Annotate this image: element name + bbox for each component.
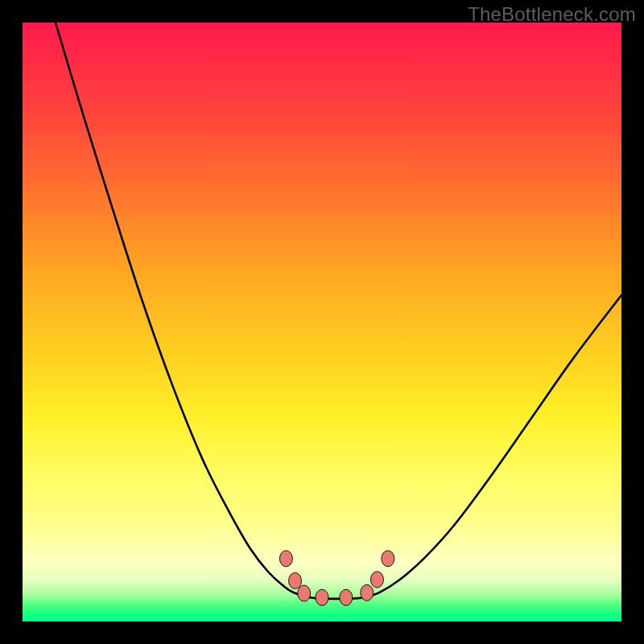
chart-frame: TheBottleneck.com [0, 0, 644, 644]
plot-area [23, 23, 621, 621]
bottleneck-curve [56, 23, 621, 599]
chart-svg [23, 23, 621, 621]
hotspot-marker [289, 572, 302, 588]
hotspot-marker [340, 589, 353, 605]
hotspot-markers [279, 551, 394, 605]
hotspot-marker [279, 551, 292, 567]
hotspot-marker [382, 551, 394, 567]
hotspot-marker [370, 572, 383, 588]
hotspot-marker [298, 585, 311, 601]
hotspot-marker [361, 584, 374, 601]
watermark-text: TheBottleneck.com [468, 3, 636, 26]
hotspot-marker [316, 589, 328, 605]
